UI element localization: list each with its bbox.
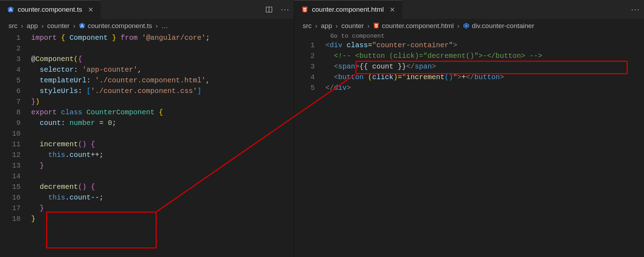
code-content[interactable]: <!-- <button (click)="decrement()">-</bu… — [325, 51, 644, 61]
tab-bar-right: counter.component.html ··· — [294, 0, 644, 19]
line-number: 12 — [0, 150, 31, 160]
breadcrumb-segment[interactable]: … — [161, 22, 168, 30]
breadcrumb-segment[interactable]: app — [27, 22, 38, 30]
code-lens-link[interactable]: Go to component — [294, 33, 644, 39]
tab-counter-ts[interactable]: counter.component.ts — [0, 0, 101, 19]
code-editor-left[interactable]: 1import { Component } from '@angular/cor… — [0, 32, 294, 224]
chevron-right-icon: › — [72, 22, 77, 30]
close-icon[interactable] — [87, 6, 94, 13]
code-line[interactable]: 5</div> — [294, 83, 644, 93]
code-line[interactable]: 3 <span>{{ count }}</span> — [294, 61, 644, 72]
code-line[interactable]: 1import { Component } from '@angular/cor… — [0, 33, 294, 43]
code-content[interactable]: styleUrls: ['./counter.component.css'] — [31, 86, 294, 97]
tab-filename: counter.component.ts — [18, 6, 82, 13]
code-content[interactable]: } — [31, 203, 294, 214]
code-line[interactable]: 15 decrement() { — [0, 182, 294, 192]
line-number: 5 — [294, 83, 325, 93]
breadcrumb-segment[interactable]: counter — [47, 22, 69, 30]
editor-pane-left: counter.component.ts ··· src›app›counter… — [0, 0, 294, 257]
code-line[interactable]: 7}) — [0, 97, 294, 107]
code-content[interactable]: import { Component } from '@angular/core… — [31, 33, 294, 43]
breadcrumb-segment[interactable]: src — [303, 22, 312, 30]
line-number: 13 — [0, 160, 31, 171]
code-line[interactable]: 16 this.count--; — [0, 192, 294, 203]
tab-bar-left: counter.component.ts ··· — [0, 0, 294, 19]
line-number: 17 — [0, 203, 31, 214]
line-number: 5 — [0, 75, 31, 86]
code-line[interactable]: 1<div class="counter-container"> — [294, 40, 644, 51]
code-line[interactable]: 4 <button (click)="increment()">+</butto… — [294, 72, 644, 83]
chevron-right-icon: › — [19, 22, 24, 30]
breadcrumbs-right[interactable]: src›app›counter›counter.component.html›d… — [294, 19, 644, 32]
code-content[interactable]: increment() { — [31, 139, 294, 150]
split-editor-icon[interactable] — [265, 5, 273, 14]
line-number: 2 — [294, 51, 325, 61]
line-number: 3 — [0, 54, 31, 65]
code-content[interactable]: templateUrl: './counter.component.html', — [31, 75, 294, 86]
code-content[interactable]: </div> — [325, 83, 644, 93]
code-content[interactable] — [31, 128, 294, 139]
line-number: 11 — [0, 139, 31, 150]
line-number: 1 — [294, 40, 325, 51]
close-icon[interactable] — [389, 6, 396, 13]
line-number: 6 — [0, 86, 31, 97]
line-number: 14 — [0, 171, 31, 182]
breadcrumb-segment[interactable]: div.counter-container — [463, 22, 534, 30]
line-number: 2 — [0, 43, 31, 54]
chevron-right-icon: › — [334, 22, 339, 30]
code-content[interactable]: this.count--; — [31, 192, 294, 203]
line-number: 3 — [294, 61, 325, 72]
breadcrumb-segment[interactable]: counter.component.html — [373, 22, 454, 30]
code-content[interactable]: selector: 'app-counter', — [31, 65, 294, 75]
code-content[interactable]: decrement() { — [31, 182, 294, 192]
breadcrumb-segment[interactable]: app — [321, 22, 332, 30]
code-content[interactable]: <div class="counter-container"> — [325, 40, 644, 51]
chevron-right-icon: › — [154, 22, 159, 30]
line-number: 1 — [0, 33, 31, 43]
code-line[interactable]: 9 count: number = 0; — [0, 118, 294, 128]
code-line[interactable]: 2 <!-- <button (click)="decrement()">-</… — [294, 51, 644, 61]
code-line[interactable]: 11 increment() { — [0, 139, 294, 150]
breadcrumb-segment[interactable]: src — [9, 22, 17, 30]
html-icon — [373, 22, 380, 29]
code-line[interactable]: 14 — [0, 171, 294, 182]
code-content[interactable]: @Component({ — [31, 54, 294, 65]
more-actions-icon[interactable]: ··· — [631, 5, 640, 14]
breadcrumbs-left[interactable]: src›app›counter›counter.component.ts›… — [0, 19, 294, 32]
code-line[interactable]: 8export class CounterComponent { — [0, 107, 294, 118]
breadcrumb-segment[interactable]: counter — [341, 22, 364, 30]
tab-counter-html[interactable]: counter.component.html — [294, 0, 402, 19]
editor-pane-right: counter.component.html ··· src›app›count… — [294, 0, 644, 257]
code-line[interactable]: 3@Component({ — [0, 54, 294, 65]
code-content[interactable]: <button (click)="increment()">+</button> — [325, 72, 644, 83]
code-content[interactable]: export class CounterComponent { — [31, 107, 294, 118]
code-content[interactable] — [31, 171, 294, 182]
code-line[interactable]: 4 selector: 'app-counter', — [0, 65, 294, 75]
line-number: 4 — [0, 65, 31, 75]
element-icon — [463, 22, 470, 29]
code-content[interactable]: }) — [31, 97, 294, 107]
line-number: 4 — [294, 72, 325, 83]
code-line[interactable]: 5 templateUrl: './counter.component.html… — [0, 75, 294, 86]
code-line[interactable]: 10 — [0, 128, 294, 139]
code-content[interactable]: } — [31, 160, 294, 171]
code-line[interactable]: 2 — [0, 43, 294, 54]
line-number: 8 — [0, 107, 31, 118]
code-line[interactable]: 6 styleUrls: ['./counter.component.css'] — [0, 86, 294, 97]
more-actions-icon[interactable]: ··· — [281, 5, 290, 14]
chevron-right-icon: › — [314, 22, 319, 30]
code-content[interactable]: <span>{{ count }}</span> — [325, 61, 644, 72]
code-line[interactable]: 18} — [0, 214, 294, 224]
code-editor-right[interactable]: 1<div class="counter-container">2 <!-- <… — [294, 39, 644, 93]
code-content[interactable]: } — [31, 214, 294, 224]
chevron-right-icon: › — [456, 22, 461, 30]
code-line[interactable]: 17 } — [0, 203, 294, 214]
code-content[interactable]: this.count++; — [31, 150, 294, 160]
code-content[interactable] — [31, 43, 294, 54]
chevron-right-icon: › — [366, 22, 371, 30]
line-number: 10 — [0, 128, 31, 139]
code-content[interactable]: count: number = 0; — [31, 118, 294, 128]
code-line[interactable]: 12 this.count++; — [0, 150, 294, 160]
code-line[interactable]: 13 } — [0, 160, 294, 171]
breadcrumb-segment[interactable]: counter.component.ts — [79, 22, 152, 30]
